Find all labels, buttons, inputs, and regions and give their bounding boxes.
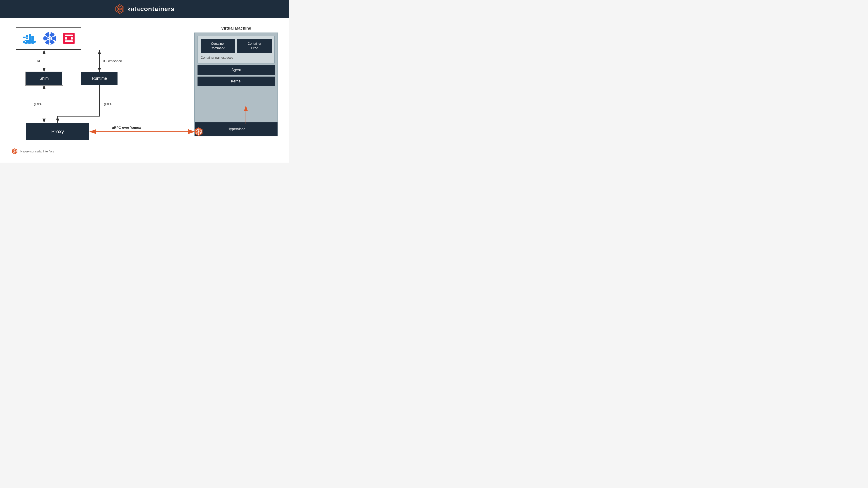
svg-rect-5 <box>23 37 26 38</box>
agent-box: Agent <box>197 65 275 75</box>
svg-rect-8 <box>29 34 31 36</box>
vm-outer: ContainerCommand ContainerExec Container… <box>194 33 278 136</box>
logo-text-kata: kata <box>127 5 140 12</box>
oci-label: OCI cmd/spec <box>102 59 122 63</box>
legend: Hypervisor serial interface <box>11 148 54 155</box>
runtime-box: Runtime <box>81 72 118 85</box>
shim-box-border <box>25 72 63 86</box>
svg-rect-33 <box>65 37 67 39</box>
main-content: Shim Runtime Proxy Virtual Machine Conta… <box>0 18 289 163</box>
runtime-label: Runtime <box>92 76 107 81</box>
logo-container: katacontainers <box>115 4 175 14</box>
grpc-right-label: gRPC <box>104 102 112 106</box>
svg-rect-6 <box>26 35 28 37</box>
kata-hexagon-icon <box>194 127 204 136</box>
header: katacontainers <box>0 0 289 18</box>
container-boxes: ContainerCommand ContainerExec <box>201 39 272 53</box>
kubernetes-icon <box>43 32 57 45</box>
orchestrators-box <box>16 27 81 50</box>
svg-rect-32 <box>65 40 73 42</box>
hypervisor-box: Hypervisor <box>195 122 278 136</box>
svg-point-25 <box>49 43 51 45</box>
vm-section: Virtual Machine ContainerCommand Contain… <box>194 26 278 137</box>
io-label: I/O <box>37 59 41 63</box>
svg-point-24 <box>49 32 51 34</box>
svg-rect-34 <box>71 37 73 39</box>
svg-rect-11 <box>31 36 34 38</box>
docker-icon <box>22 32 37 45</box>
container-namespaces-box: ContainerCommand ContainerExec Container… <box>197 36 275 63</box>
container-command-box: ContainerCommand <box>201 39 235 53</box>
kata-serial-icon-yamux <box>194 127 204 136</box>
openstack-icon <box>62 32 76 45</box>
svg-rect-30 <box>63 33 74 44</box>
svg-point-13 <box>23 40 36 44</box>
proxy-box: Proxy <box>26 123 89 140</box>
agent-label: Agent <box>231 68 241 72</box>
legend-icon-container <box>11 148 18 155</box>
proxy-label: Proxy <box>51 129 64 135</box>
kernel-label: Kernel <box>231 79 241 83</box>
vm-title: Virtual Machine <box>194 26 278 31</box>
svg-rect-31 <box>65 35 73 36</box>
grpc-right-arrow <box>58 85 99 123</box>
logo-text: katacontainers <box>127 5 175 13</box>
container-namespaces-label: Container namespaces <box>201 55 272 60</box>
logo-text-containers: containers <box>140 5 175 12</box>
svg-rect-9 <box>29 36 31 38</box>
svg-point-14 <box>25 41 26 42</box>
grpc-yamux-label: gRPC over Yamux <box>112 126 141 129</box>
legend-text: Hypervisor serial interface <box>20 150 54 153</box>
hypervisor-label: Hypervisor <box>227 127 245 131</box>
container-exec-box: ContainerExec <box>237 39 272 53</box>
legend-kata-icon <box>11 148 18 155</box>
kernel-box: Kernel <box>197 76 275 86</box>
svg-rect-7 <box>26 37 28 39</box>
grpc-left-label: gRPC <box>34 102 42 106</box>
kata-logo-icon <box>115 4 125 14</box>
diagram: Shim Runtime Proxy Virtual Machine Conta… <box>4 23 285 158</box>
